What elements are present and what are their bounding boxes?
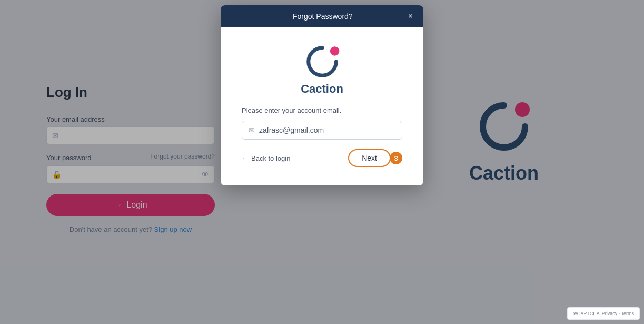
modal-header: Forgot Password? × bbox=[221, 5, 423, 27]
recaptcha-sub: Privacy · Terms bbox=[602, 311, 634, 316]
modal-body: Caction Please enter your account email.… bbox=[221, 27, 423, 185]
modal-logo: Caction bbox=[301, 43, 343, 96]
modal-instruction: Please enter your account email. bbox=[242, 106, 341, 114]
modal-email-input-wrapper: ✉ bbox=[242, 121, 402, 140]
forgot-password-modal: Forgot Password? × Caction Please enter … bbox=[221, 5, 423, 185]
modal-caction-logo-text: Caction bbox=[301, 82, 343, 96]
modal-close-button[interactable]: × bbox=[408, 12, 413, 21]
modal-caction-logo-icon bbox=[304, 43, 341, 80]
next-badge: 3 bbox=[390, 152, 402, 164]
back-to-login-button[interactable]: ← Back to login bbox=[242, 154, 290, 162]
modal-email-icon: ✉ bbox=[249, 126, 255, 134]
back-to-login-label: Back to login bbox=[251, 154, 290, 162]
recaptcha-widget: reCAPTCHA Privacy · Terms bbox=[567, 307, 640, 320]
modal-title: Forgot Password? bbox=[242, 12, 404, 21]
next-button-wrapper: Next 3 bbox=[348, 149, 402, 167]
back-arrow-icon: ← bbox=[242, 154, 249, 162]
modal-actions: ← Back to login Next 3 bbox=[242, 149, 402, 167]
next-button[interactable]: Next bbox=[348, 149, 391, 167]
svg-point-1 bbox=[330, 46, 339, 56]
recaptcha-label: reCAPTCHA bbox=[573, 311, 600, 316]
modal-overlay: Forgot Password? × Caction Please enter … bbox=[0, 0, 644, 324]
modal-email-input[interactable] bbox=[259, 126, 395, 134]
